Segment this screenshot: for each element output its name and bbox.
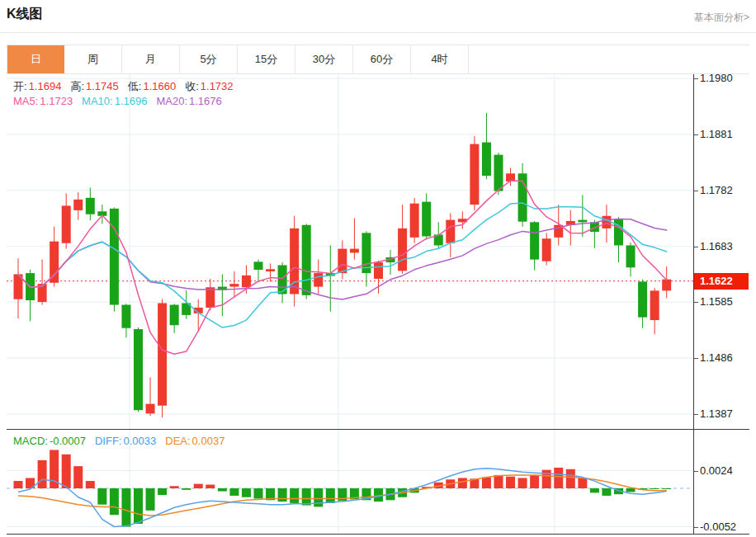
tab-5分[interactable]: 5分: [180, 45, 238, 73]
legend-value: 1.1676: [189, 95, 222, 107]
legend-label: 高:: [70, 80, 84, 92]
price-tick-1.1683: 1.1683: [694, 239, 733, 254]
macd-tick--0.0052: -0.0052: [694, 520, 736, 535]
ohlc-legend: 开:1.1694高:1.1745低:1.1660收:1.1732: [13, 79, 243, 94]
legend-item: MA20:1.1676: [156, 95, 221, 107]
legend-item: MA10:1.1696: [82, 95, 147, 107]
tab-30分[interactable]: 30分: [295, 45, 353, 73]
period-tabs: 日周月5分15分30分60分4时: [7, 45, 749, 74]
price-tick-1.1585: 1.1585: [694, 294, 733, 309]
legend-label: MA10:: [82, 95, 113, 107]
tick-mark: [694, 527, 698, 528]
legend-label: DEA:: [165, 435, 190, 447]
macd-legend: MACD:-0.0007DIFF:0.0033DEA:0.0037: [13, 435, 234, 447]
legend-label: 收:: [185, 80, 199, 92]
legend-value: 0.0033: [123, 435, 156, 447]
legend-item: 开:1.1694: [13, 80, 61, 92]
legend-value: 0.0037: [192, 435, 225, 447]
price-tick-1.1387: 1.1387: [694, 407, 733, 422]
legend-value: 1.1732: [201, 80, 234, 92]
candlestick-chart-canvas[interactable]: [7, 74, 693, 430]
tick-mark: [694, 247, 698, 247]
legend-label: 开:: [13, 80, 27, 92]
legend-item: DEA:0.0037: [165, 435, 224, 447]
fundamental-analysis-link[interactable]: 基本面分析>: [694, 11, 749, 25]
legend-value: -0.0007: [50, 435, 86, 447]
price-tick-1.1782: 1.1782: [694, 183, 733, 198]
legend-label: 低:: [128, 80, 142, 92]
tab-月[interactable]: 月: [122, 45, 180, 73]
tick-mark: [694, 302, 698, 303]
tick-mark: [694, 414, 698, 415]
price-tick-1.1881: 1.1881: [694, 127, 733, 142]
legend-value: 1.1660: [143, 80, 176, 92]
legend-label: MA5:: [13, 95, 38, 107]
tick-mark: [694, 134, 698, 135]
page-title: K线图: [7, 6, 43, 23]
legend-value: 1.1696: [115, 95, 148, 107]
legend-item: MA5:1.1723: [13, 95, 73, 107]
chart-bottom-border: [7, 534, 749, 535]
legend-label: MA20:: [156, 95, 187, 107]
ma-legend: MA5:1.1723MA10:1.1696MA20:1.1676: [13, 95, 231, 107]
tab-日[interactable]: 日: [7, 45, 64, 73]
page-header: K线图 基本面分析>: [0, 0, 756, 33]
price-tick-1.1486: 1.1486: [694, 351, 733, 365]
page: K线图 基本面分析> 日周月5分15分30分60分4时 开:1.1694高:1.…: [0, 0, 756, 537]
legend-value: 1.1723: [40, 95, 73, 107]
tick-mark: [694, 358, 698, 359]
legend-value: 1.1694: [29, 80, 62, 92]
legend-item: DIFF:0.0033: [95, 435, 156, 447]
tick-mark: [694, 471, 698, 472]
panel-separator: [7, 429, 749, 430]
legend-item: 低:1.1660: [128, 80, 176, 92]
tick-mark: [694, 78, 698, 79]
legend-item: 收:1.1732: [185, 80, 233, 92]
legend-label: DIFF:: [95, 435, 122, 447]
chart-region: 开:1.1694高:1.1745低:1.1660收:1.1732 MA5:1.1…: [7, 74, 749, 535]
legend-item: MACD:-0.0007: [13, 435, 86, 447]
macd-tick-0.0024: 0.0024: [694, 464, 733, 478]
price-axis: 1.19801.18811.17821.16831.15851.14861.13…: [693, 74, 749, 535]
legend-value: 1.1745: [86, 80, 119, 92]
tick-mark: [694, 191, 698, 191]
legend-item: 高:1.1745: [70, 80, 118, 92]
current-price-badge: 1.1622: [694, 273, 749, 290]
kline-widget: 日周月5分15分30分60分4时 开:1.1694高:1.1745低:1.166…: [7, 45, 749, 535]
tab-4时[interactable]: 4时: [411, 45, 469, 73]
tab-60分[interactable]: 60分: [353, 45, 411, 73]
price-tick-1.1980: 1.1980: [694, 71, 733, 86]
legend-label: MACD:: [13, 435, 48, 447]
tab-15分[interactable]: 15分: [238, 45, 295, 73]
tab-周[interactable]: 周: [64, 45, 122, 73]
